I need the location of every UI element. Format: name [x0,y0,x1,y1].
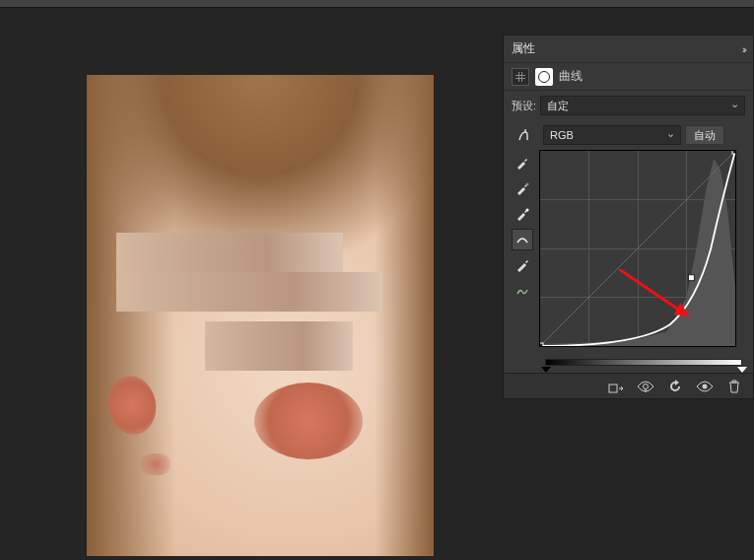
svg-point-0 [526,183,529,186]
smooth-tool-icon[interactable] [512,280,533,302]
adjustment-type-row: 曲线 [504,63,753,91]
view-previous-icon[interactable] [637,378,654,395]
preset-dropdown[interactable]: 自定 [540,96,745,115]
properties-panel: 属性 ›› 曲线 预设: 自定 RGB 自动 [503,35,754,399]
pencil-tool-icon[interactable] [512,254,533,276]
preset-value: 自定 [547,99,569,113]
targeted-adjust-icon[interactable] [512,127,539,143]
preset-row: 预设: 自定 [504,91,753,120]
lip-mark [141,454,171,475]
auto-button-label: 自动 [694,128,716,143]
input-gradient[interactable] [545,359,742,366]
panel-footer [504,373,753,398]
eyedropper-gray-icon[interactable] [512,177,533,199]
svg-point-7 [703,384,708,388]
app-menubar [0,0,754,8]
panel-collapse-icon[interactable]: ›› [742,43,745,55]
curve-point-tool-icon[interactable] [512,229,533,250]
delete-icon[interactable] [725,378,743,395]
annotation-arrow-icon [619,269,698,323]
adjustment-type-label: 曲线 [559,68,583,85]
image-hair-left [87,75,175,556]
visibility-icon[interactable] [696,378,714,395]
censor-block [116,233,343,272]
image-hair-right [375,75,434,556]
curve-tools [512,150,535,347]
svg-point-6 [644,384,649,388]
histogram-icon[interactable] [512,68,529,86]
channel-dropdown[interactable]: RGB [543,125,681,145]
svg-point-1 [526,209,529,212]
document-image[interactable] [87,75,434,556]
canvas-area[interactable] [0,8,503,560]
svg-rect-5 [609,385,617,392]
blush-mark-right [254,383,363,459]
channel-value: RGB [550,129,574,141]
eyedropper-black-icon[interactable] [512,152,533,174]
clip-to-layer-icon[interactable] [607,378,625,395]
auto-button[interactable]: 自动 [685,125,724,145]
panel-header: 属性 ›› [504,35,753,63]
censor-block [205,321,353,371]
mask-icon[interactable] [535,68,553,86]
curve-graph[interactable] [539,150,736,347]
curve-point-shadow[interactable] [540,343,543,346]
panel-title: 属性 [512,40,535,57]
svg-line-3 [619,269,680,311]
curve-editor [504,150,753,347]
reset-icon[interactable] [666,378,684,395]
channel-row: RGB 自动 [504,120,753,150]
preset-label: 预设: [512,99,536,113]
curve-point-highlight[interactable] [732,151,735,154]
eyedropper-white-icon[interactable] [512,203,533,225]
censor-block [116,272,382,312]
